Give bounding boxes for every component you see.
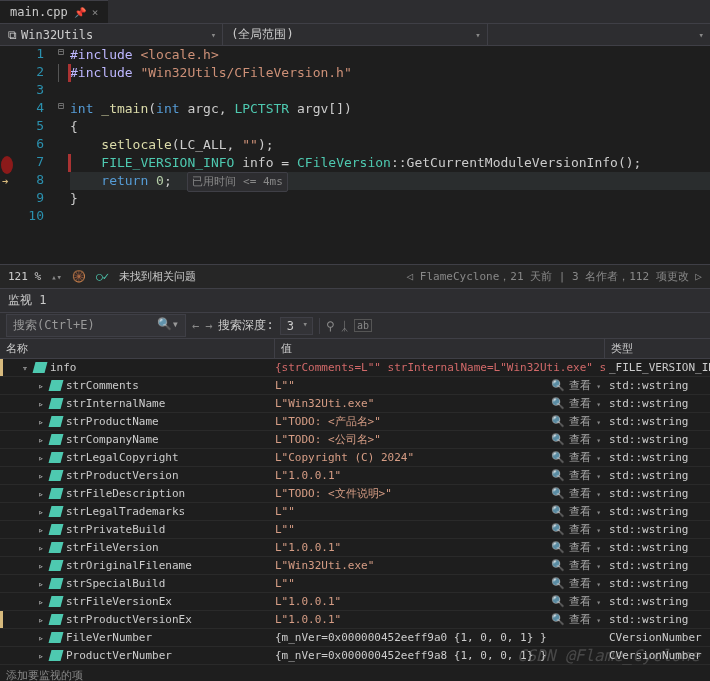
view-button[interactable]: 查看 xyxy=(569,396,601,411)
issues-text[interactable]: 未找到相关问题 xyxy=(119,269,196,284)
view-button[interactable]: 查看 xyxy=(569,432,601,447)
zoom-level[interactable]: 121 % xyxy=(8,270,41,283)
magnifier-icon[interactable]: 🔍 xyxy=(551,559,565,572)
watch-row[interactable]: ▹strOriginalFilenameL"Win32Uti.exe"🔍查看st… xyxy=(0,557,710,575)
view-button[interactable]: 查看 xyxy=(569,540,601,555)
twisty-icon[interactable]: ▹ xyxy=(36,615,46,625)
lightbulb-icon[interactable]: 🛞 xyxy=(72,270,86,283)
twisty-icon[interactable]: ▹ xyxy=(36,651,46,661)
view-button[interactable]: 查看 xyxy=(569,558,601,573)
view-button[interactable]: 查看 xyxy=(569,504,601,519)
watch-row[interactable]: ▹strSpecialBuildL""🔍查看std::wstring xyxy=(0,575,710,593)
magnifier-icon[interactable]: 🔍 xyxy=(551,451,565,464)
watch-row[interactable]: ▹strLegalCopyrightL"Copyright (C) 2024"🔍… xyxy=(0,449,710,467)
scope-function[interactable]: (全局范围) xyxy=(223,24,487,45)
view-button[interactable]: 查看 xyxy=(569,378,601,393)
search-icon[interactable]: 🔍▾ xyxy=(157,317,179,334)
fold-gutter[interactable]: ⊟ ⊟ xyxy=(54,46,68,264)
view-button[interactable]: 查看 xyxy=(569,414,601,429)
var-name: strFileDescription xyxy=(66,487,185,500)
magnifier-icon[interactable]: 🔍 xyxy=(551,505,565,518)
var-type: std::wstring xyxy=(609,559,688,572)
breakpoint-icon[interactable] xyxy=(1,156,13,174)
view-button[interactable]: 查看 xyxy=(569,450,601,465)
code-area[interactable]: #include <locale.h> #include "Win32Utils… xyxy=(68,46,710,264)
magnifier-icon[interactable]: 🔍 xyxy=(551,577,565,590)
watch-row[interactable]: ▹strFileDescriptionL"TODO: <文件说明>"🔍查看std… xyxy=(0,485,710,503)
twisty-icon[interactable]: ▹ xyxy=(36,579,46,589)
scope-member[interactable] xyxy=(488,26,710,44)
magnifier-icon[interactable]: 🔍 xyxy=(551,379,565,392)
watch-row[interactable]: ▹strCompanyNameL"TODO: <公司名>"🔍查看std::wst… xyxy=(0,431,710,449)
watch-row[interactable]: ▹strPrivateBuildL""🔍查看std::wstring xyxy=(0,521,710,539)
twisty-icon[interactable]: ▹ xyxy=(36,507,46,517)
search-input[interactable]: 搜索(Ctrl+E) 🔍▾ xyxy=(6,314,186,337)
watch-row[interactable]: ▹strInternalNameL"Win32Uti.exe"🔍查看std::w… xyxy=(0,395,710,413)
twisty-icon[interactable]: ▹ xyxy=(36,525,46,535)
time-lens[interactable]: 已用时间 <= 4ms xyxy=(187,172,287,192)
var-value: L"1.0.0.1" xyxy=(275,595,341,608)
twisty-icon[interactable]: ▿ xyxy=(20,363,30,373)
pin-icon[interactable]: 📌 xyxy=(74,7,86,18)
watch-title[interactable]: 监视 1 xyxy=(0,288,710,313)
twisty-icon[interactable]: ▹ xyxy=(36,543,46,553)
watch-row[interactable]: ▹ProductVerNumber{m_nVer=0x000000452eeff… xyxy=(0,647,710,665)
view-button[interactable]: 查看 xyxy=(569,486,601,501)
blame-text[interactable]: ◁ FlameCyclone，21 天前 | 3 名作者，112 项更改 ▷ xyxy=(407,269,702,284)
watch-row[interactable]: ▹strProductNameL"TODO: <产品名>"🔍查看std::wst… xyxy=(0,413,710,431)
view-button[interactable]: 查看 xyxy=(569,576,601,591)
file-tab[interactable]: main.cpp 📌 × xyxy=(0,0,108,23)
watch-row[interactable]: ▹strProductVersionExL"1.0.0.1"🔍查看std::ws… xyxy=(0,611,710,629)
watch-columns: 名称 值 类型 xyxy=(0,339,710,359)
abc-icon[interactable]: ab xyxy=(354,319,372,332)
magnifier-icon[interactable]: 🔍 xyxy=(551,415,565,428)
add-watch-item[interactable]: 添加要监视的项 xyxy=(0,665,710,681)
magnifier-icon[interactable]: 🔍 xyxy=(551,469,565,482)
watch-row[interactable]: ▹strProductVersionL"1.0.0.1"🔍查看std::wstr… xyxy=(0,467,710,485)
var-name: strFileVersionEx xyxy=(66,595,172,608)
watch-row[interactable]: ▹strCommentsL""🔍查看std::wstring xyxy=(0,377,710,395)
zoom-stepper[interactable]: ▴▾ xyxy=(51,272,62,282)
tree-icon[interactable]: ᛣ xyxy=(341,319,348,333)
magnifier-icon[interactable]: 🔍 xyxy=(551,613,565,626)
view-button[interactable]: 查看 xyxy=(569,612,601,627)
watch-row[interactable]: ▹strLegalTrademarksL""🔍查看std::wstring xyxy=(0,503,710,521)
magnifier-icon[interactable]: 🔍 xyxy=(551,523,565,536)
magnifier-icon[interactable]: 🔍 xyxy=(551,541,565,554)
view-button[interactable]: 查看 xyxy=(569,468,601,483)
nav-fwd-icon[interactable]: → xyxy=(205,319,212,333)
twisty-icon[interactable]: ▹ xyxy=(36,399,46,409)
scope-project[interactable]: ⧉ Win32Utils xyxy=(0,26,222,44)
magnifier-icon[interactable]: 🔍 xyxy=(551,433,565,446)
filter-icon[interactable]: ⚲ xyxy=(326,319,335,333)
col-name[interactable]: 名称 xyxy=(0,339,275,358)
view-button[interactable]: 查看 xyxy=(569,522,601,537)
watch-row[interactable]: ▹strFileVersionL"1.0.0.1"🔍查看std::wstring xyxy=(0,539,710,557)
tab-label: main.cpp xyxy=(10,5,68,19)
twisty-icon[interactable]: ▹ xyxy=(36,597,46,607)
twisty-icon[interactable]: ▹ xyxy=(36,435,46,445)
magnifier-icon[interactable]: 🔍 xyxy=(551,397,565,410)
twisty-icon[interactable]: ▹ xyxy=(36,489,46,499)
magnifier-icon[interactable]: 🔍 xyxy=(551,595,565,608)
twisty-icon[interactable]: ▹ xyxy=(36,471,46,481)
twisty-icon[interactable]: ▹ xyxy=(36,417,46,427)
close-icon[interactable]: × xyxy=(92,6,99,19)
watch-row[interactable]: ▿info{strComments=L"" strInternalName=L"… xyxy=(0,359,710,377)
twisty-icon[interactable]: ▹ xyxy=(36,633,46,643)
col-value[interactable]: 值 xyxy=(275,339,605,358)
twisty-icon[interactable]: ▹ xyxy=(36,381,46,391)
twisty-icon[interactable]: ▹ xyxy=(36,561,46,571)
twisty-icon[interactable]: ▹ xyxy=(36,453,46,463)
view-button[interactable]: 查看 xyxy=(569,594,601,609)
col-type[interactable]: 类型 xyxy=(605,339,710,358)
nav-back-icon[interactable]: ← xyxy=(192,319,199,333)
var-name: strLegalTrademarks xyxy=(66,505,185,518)
depth-select[interactable]: 3 xyxy=(280,317,313,335)
var-name: strInternalName xyxy=(66,397,165,410)
code-editor[interactable]: ➔ 123 456 789 10 ⊟ ⊟ #include <locale.h>… xyxy=(0,46,710,264)
magnifier-icon[interactable]: 🔍 xyxy=(551,487,565,500)
watch-row[interactable]: ▹strFileVersionExL"1.0.0.1"🔍查看std::wstri… xyxy=(0,593,710,611)
gutter[interactable]: ➔ xyxy=(0,46,14,264)
watch-row[interactable]: ▹FileVerNumber{m_nVer=0x000000452eeff9a0… xyxy=(0,629,710,647)
